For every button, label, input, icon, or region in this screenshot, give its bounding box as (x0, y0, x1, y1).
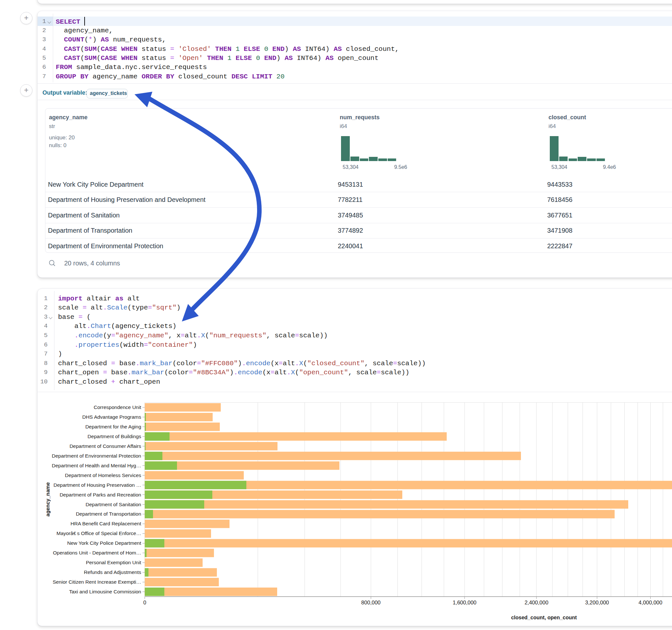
svg-text:0: 0 (143, 600, 146, 605)
svg-text:Department of Environmental Pr: Department of Environmental Protection (52, 453, 141, 459)
svg-text:4,000,000: 4,000,000 (639, 600, 662, 605)
svg-text:Personal Exemption Unit: Personal Exemption Unit (86, 560, 141, 565)
svg-text:Department of Sanitation: Department of Sanitation (86, 502, 141, 507)
svg-text:Senior Citizen Rent Increase E: Senior Citizen Rent Increase Exempti… (52, 579, 141, 585)
svg-text:closed_count, open_count: closed_count, open_count (511, 615, 577, 620)
svg-text:Refunds and Adjustments: Refunds and Adjustments (84, 570, 141, 575)
svg-text:Department of Transportation: Department of Transportation (76, 511, 141, 516)
svg-text:Department of Consumer Affairs: Department of Consumer Affairs (69, 443, 141, 449)
svg-text:1,600,000: 1,600,000 (453, 600, 476, 605)
svg-text:Department of Parks and Recrea: Department of Parks and Recreation (59, 492, 141, 498)
svg-text:Department of Buildings: Department of Buildings (88, 434, 141, 439)
svg-text:2,400,000: 2,400,000 (525, 600, 548, 605)
svg-text:Correspondence Unit: Correspondence Unit (94, 405, 141, 410)
svg-text:Operations Unit - Department o: Operations Unit - Department of Hom… (53, 550, 141, 555)
svg-text:agency_name: agency_name (45, 482, 51, 516)
svg-text:HRA Benefit Card Replacement: HRA Benefit Card Replacement (71, 521, 142, 526)
svg-text:Mayorâ€ s Office of Special En: Mayorâ€ s Office of Special Enforce… (56, 531, 141, 536)
svg-text:Department of Health and Menta: Department of Health and Mental Hyg… (52, 463, 141, 468)
svg-text:Department of Homeless Service: Department of Homeless Services (65, 472, 141, 478)
svg-text:Taxi and Limousine Commission: Taxi and Limousine Commission (69, 589, 141, 595)
svg-text:New York City Police Departmen: New York City Police Department (67, 540, 141, 546)
svg-text:Department of Housing Preserva: Department of Housing Preservation … (53, 482, 141, 488)
svg-text:Department for the Aging: Department for the Aging (85, 424, 141, 429)
svg-text:DHS Advantage Programs: DHS Advantage Programs (82, 414, 141, 420)
svg-text:800,000: 800,000 (361, 600, 381, 605)
svg-text:3,200,000: 3,200,000 (585, 600, 609, 605)
